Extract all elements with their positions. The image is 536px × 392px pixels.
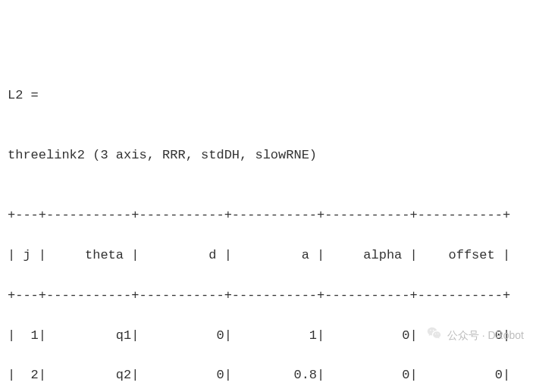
table-row: | 2| q2| 0| 0.8| 0| 0| xyxy=(8,365,528,385)
variable-assignment: L2 = xyxy=(8,86,528,105)
table-border: +---+-----------+-----------+-----------… xyxy=(8,286,528,306)
table-row: | 1| q1| 0| 1| 0| 0| xyxy=(8,326,528,346)
table-border: +---+-----------+-----------+-----------… xyxy=(8,205,528,225)
robot-description: threelink2 (3 axis, RRR, stdDH, slowRNE) xyxy=(8,146,528,165)
table-header: | j | theta | d | a | alpha | offset | xyxy=(8,246,528,265)
